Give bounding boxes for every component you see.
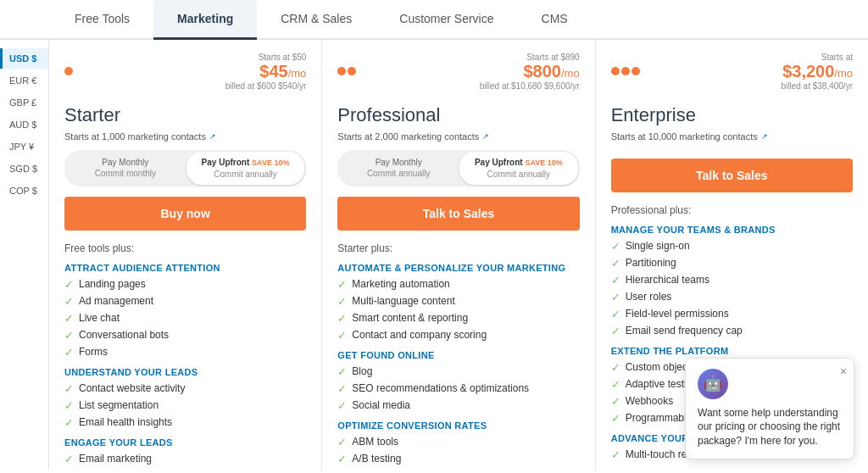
feature-item-starter-0-2: ✓Live chat (64, 312, 306, 325)
feature-item-starter-2-0: ✓Email marketing (64, 453, 306, 465)
feature-item-starter-0-1: ✓Ad management (64, 295, 306, 308)
feature-label: Webhooks (626, 395, 673, 407)
check-icon: ✓ (611, 257, 620, 270)
monthly-sublabel: Commit annually (367, 169, 430, 178)
feature-label: Social media (352, 399, 410, 411)
price-amount: $3,200 (782, 62, 834, 81)
feature-label: Contact website activity (79, 382, 185, 394)
plan-icon-enterprise (611, 67, 640, 75)
check-icon: ✓ (337, 295, 347, 308)
feature-label: Email send frequency cap (626, 325, 743, 337)
feature-label: ABM tools (352, 436, 398, 448)
currency-item-cop[interactable]: COP $ (0, 181, 48, 201)
feature-item-starter-1-0: ✓Contact website activity (64, 382, 306, 395)
monthly-toggle-professional[interactable]: Pay MonthlyCommit annually (339, 152, 458, 185)
price-unit: /mo (561, 67, 580, 80)
check-icon: ✓ (611, 412, 620, 425)
feature-item-enterprise-0-0: ✓Single sign-on (611, 240, 853, 253)
currency-item-aud[interactable]: AUD $ (0, 114, 48, 135)
currency-item-sgd[interactable]: SGD $ (0, 159, 48, 179)
section-title-enterprise-1: EXTEND THE PLATFORM (611, 346, 853, 356)
feature-item-starter-0-4: ✓Forms (64, 346, 306, 359)
plan-header-professional: Starts at $890 $800/mo billed at $10,680… (337, 52, 579, 91)
nav-tab-free-tools[interactable]: Free Tools (51, 0, 153, 40)
external-link-icon[interactable]: ↗ (761, 132, 768, 141)
feature-item-enterprise-0-3: ✓User roles (611, 291, 853, 303)
check-icon: ✓ (611, 361, 620, 374)
cta-button-enterprise[interactable]: Talk to Sales (611, 159, 853, 192)
chat-popup-message: Want some help understanding our pricing… (698, 407, 840, 448)
feature-label: Ads optimization events (352, 470, 459, 470)
feature-label: Field-level permissions (626, 308, 729, 320)
cta-button-starter[interactable]: Buy now (64, 197, 306, 231)
nav-tab-marketing[interactable]: Marketing (153, 0, 257, 40)
section-title-enterprise-0: MANAGE YOUR TEAMS & BRANDS (611, 225, 853, 235)
section-title-professional-1: GET FOUND ONLINE (337, 350, 579, 360)
contacts-info-starter: Starts at 1,000 marketing contacts ↗ (64, 131, 306, 142)
plan-col-starter: Starts at $50 $45/mo billed at $600 $540… (49, 40, 322, 470)
currency-item-usd[interactable]: USD $ (0, 48, 48, 69)
feature-label: Email marketing (79, 453, 152, 465)
check-icon: ✓ (64, 399, 74, 412)
check-icon: ✓ (611, 291, 620, 303)
upfront-sublabel: Commit annually (214, 170, 276, 179)
monthly-label: Pay Monthly (102, 158, 148, 167)
section-title-starter-1: UNDERSTAND YOUR LEADS (64, 367, 306, 377)
nav-tab-cms[interactable]: CMS (518, 0, 592, 40)
feature-label: Multi-language content (352, 295, 454, 307)
feature-label: Partitioning (626, 257, 676, 269)
external-link-icon[interactable]: ↗ (209, 132, 216, 141)
feature-item-professional-1-2: ✓Social media (337, 399, 579, 412)
features-label-professional: Starter plus: (337, 242, 579, 254)
feature-label: Forms (79, 346, 108, 358)
feature-label: Marketing automation (352, 278, 449, 290)
price-unit: /mo (834, 67, 853, 80)
contacts-info-professional: Starts at 2,000 marketing contacts ↗ (337, 131, 579, 142)
feature-item-starter-0-0: ✓Landing pages (64, 278, 306, 291)
check-icon: ✓ (64, 312, 74, 325)
plan-icon-professional (337, 67, 356, 75)
nav-tab-crm-sales[interactable]: CRM & Sales (257, 0, 376, 40)
starts-at-label: Starts at $50 (259, 53, 307, 62)
feature-label: Single sign-on (626, 240, 690, 252)
check-icon: ✓ (64, 295, 74, 308)
feature-item-starter-0-3: ✓Conversational bots (64, 329, 306, 342)
chat-popup-close[interactable]: × (840, 364, 847, 381)
check-icon: ✓ (337, 436, 347, 448)
cta-button-professional[interactable]: Talk to Sales (337, 197, 579, 231)
currency-item-gbp[interactable]: GBP £ (0, 92, 48, 113)
feature-item-professional-2-1: ✓A/B testing (337, 453, 579, 465)
currency-item-jpy[interactable]: JPY ¥ (0, 136, 48, 157)
check-icon: ✓ (64, 346, 74, 359)
monthly-label: Pay Monthly (376, 158, 422, 167)
check-icon: ✓ (64, 382, 74, 395)
feature-label: Live chat (79, 312, 120, 324)
external-link-icon[interactable]: ↗ (482, 132, 489, 141)
check-icon: ✓ (337, 453, 347, 465)
check-icon: ✓ (64, 278, 74, 291)
upfront-sublabel: Commit annually (487, 170, 550, 179)
check-icon: ✓ (611, 274, 620, 287)
billed-label: billed at $10,680 $9,600/yr (480, 81, 580, 91)
starts-at-label: Starts at (821, 53, 853, 62)
feature-label: Ad retargeting (79, 470, 142, 470)
feature-label: Ad management (79, 295, 153, 307)
chat-avatar: 🤖 (698, 369, 728, 399)
feature-item-professional-0-3: ✓Contact and company scoring (337, 329, 579, 342)
nav-tab-customer-service[interactable]: Customer Service (376, 0, 517, 40)
feature-item-professional-1-0: ✓Blog (337, 365, 579, 378)
upfront-toggle-starter[interactable]: Pay Upfront SAVE 10%Commit annually (186, 152, 305, 185)
check-icon: ✓ (337, 329, 347, 342)
billing-toggle-professional: Pay MonthlyCommit annuallyPay Upfront SA… (337, 150, 579, 186)
currency-item-eur[interactable]: EUR € (0, 70, 48, 91)
upfront-toggle-professional[interactable]: Pay Upfront SAVE 10%Commit annually (459, 152, 578, 185)
section-title-professional-0: AUTOMATE & PERSONALIZE YOUR MARKETING (337, 263, 579, 273)
billing-toggle-starter: Pay MonthlyCommit monthlyPay Upfront SAV… (64, 150, 306, 186)
plan-price-professional: Starts at $890 $800/mo billed at $10,680… (480, 52, 580, 91)
features-label-starter: Free tools plus: (64, 242, 306, 254)
upfront-label: Pay Upfront (475, 158, 523, 167)
currency-sidebar: USD $EUR €GBP £AUD $JPY ¥SGD $COP $ (0, 40, 49, 470)
feature-item-starter-1-2: ✓Email health insights (64, 416, 306, 429)
monthly-toggle-starter[interactable]: Pay MonthlyCommit monthly (66, 152, 185, 185)
contacts-info-enterprise: Starts at 10,000 marketing contacts ↗ (611, 131, 853, 142)
